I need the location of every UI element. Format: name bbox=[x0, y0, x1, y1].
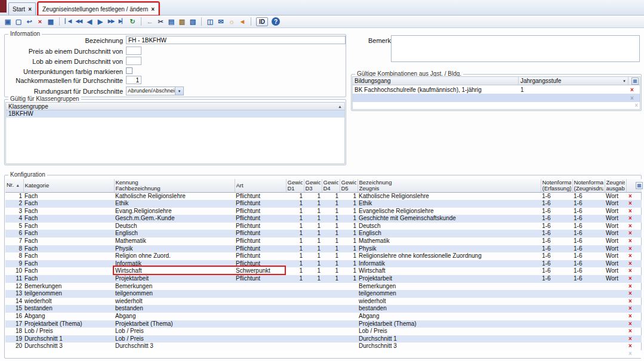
column-header[interactable]: Nr.▲ bbox=[5, 179, 23, 192]
delete-row-icon[interactable]: × bbox=[628, 230, 632, 236]
konfiguration-row[interactable]: 13teilgenommenteilgenommenteilgenommen× bbox=[5, 290, 642, 298]
delete-row-icon[interactable]: × bbox=[628, 193, 632, 199]
konfiguration-row[interactable]: 14wiederholtwiederholtwiederholt× bbox=[5, 298, 642, 306]
delete-row-icon[interactable]: × bbox=[628, 215, 632, 221]
konfiguration-row[interactable]: 20Durchschnitt 3Durchschnitt 3Durchschni… bbox=[5, 343, 642, 350]
konfiguration-row[interactable]: 8FachPhysikPflichtunt1111Physik1-61-6Wor… bbox=[5, 245, 642, 253]
konfiguration-row[interactable]: 11FachProjektarbeitPflichtunt1111Projekt… bbox=[5, 275, 642, 283]
delete-icon[interactable]: × bbox=[35, 17, 45, 26]
back-icon[interactable]: ← bbox=[145, 17, 155, 26]
konfiguration-row[interactable]: 6FachEnglischPflichtunt1111Englisch1-61-… bbox=[5, 230, 642, 237]
rundungsart-select[interactable]: Abrunden/Abschneiden ▼ bbox=[126, 87, 184, 95]
konfiguration-row[interactable]: 1FachKatholische ReligionslehrePflichtun… bbox=[5, 192, 642, 200]
tab-zeugniseinstellungen[interactable]: Zeugniseinstellungen festlegen / ändern … bbox=[38, 2, 159, 15]
comment-icon[interactable]: ✉ bbox=[216, 17, 226, 26]
delete-row-icon[interactable]: × bbox=[628, 343, 632, 349]
delete-row-icon[interactable]: × bbox=[628, 252, 632, 259]
column-header[interactable]: GewichtD4 bbox=[322, 179, 340, 192]
lob-input[interactable] bbox=[126, 57, 141, 65]
delete-row-icon[interactable]: × bbox=[628, 305, 632, 311]
delete-row-icon[interactable]: × bbox=[628, 260, 632, 267]
delete-row-icon[interactable]: × bbox=[628, 208, 632, 214]
konfiguration-row[interactable]: 3FachEvang.ReligionslehrePflichtunt1111E… bbox=[5, 208, 642, 215]
kombination-row[interactable]: × bbox=[353, 94, 640, 102]
table-edit-icon[interactable]: ▦ bbox=[46, 17, 56, 26]
delete-row-icon[interactable]: × bbox=[628, 223, 632, 229]
fast-rewind-icon[interactable]: ◀◀ bbox=[74, 17, 84, 26]
column-header[interactable]: Zeugnis-ausgabe bbox=[605, 179, 626, 192]
column-header[interactable]: Notenformat(Erfassung) bbox=[541, 179, 572, 192]
column-chooser[interactable]: ▦ bbox=[628, 77, 640, 85]
select-table-icon[interactable]: ▧ bbox=[188, 17, 198, 26]
form-icon[interactable]: ▢ bbox=[14, 17, 23, 26]
copy-icon[interactable]: ▤ bbox=[167, 17, 176, 26]
column-header[interactable]: Art bbox=[235, 179, 286, 192]
column-header[interactable]: Notenformat(Zeugnisdruck) bbox=[572, 179, 605, 192]
konfiguration-row[interactable]: 7FachMathematikPflichtunt1111Mathematik1… bbox=[5, 237, 642, 245]
new-row[interactable]: × bbox=[5, 350, 642, 358]
delete-row-icon[interactable]: × bbox=[628, 200, 632, 206]
delete-row-icon[interactable]: × bbox=[628, 237, 632, 244]
delete-row-icon[interactable]: × bbox=[628, 95, 636, 101]
tab-close-icon[interactable]: × bbox=[28, 6, 32, 13]
column-header[interactable]: GewichtD3 bbox=[304, 179, 322, 192]
delete-row-icon[interactable]: × bbox=[628, 328, 632, 334]
column-header[interactable]: GewichtD5 bbox=[340, 179, 358, 192]
bezeichnung-input[interactable] bbox=[126, 36, 346, 44]
delete-row-icon[interactable]: × bbox=[628, 298, 632, 304]
refresh-icon[interactable]: ↻ bbox=[128, 17, 137, 26]
column-header-jahrgangsstufe[interactable]: Jahrgangsstufe ▼ bbox=[519, 77, 628, 85]
announce-icon[interactable]: ◄ bbox=[238, 17, 247, 26]
konfiguration-row[interactable]: 4FachGesch.m.Gem.-KundePflichtunt1111Ges… bbox=[5, 215, 642, 223]
klassengruppe-item[interactable]: 1BKFHW bbox=[6, 110, 344, 118]
konfiguration-row[interactable]: 15bestandenbestandenbestanden× bbox=[5, 305, 642, 313]
unterpunktungen-checkbox[interactable] bbox=[126, 67, 133, 74]
hint-icon[interactable]: ☼ bbox=[227, 17, 236, 26]
delete-row-icon[interactable]: × bbox=[628, 335, 632, 342]
column-header-bildungsgang[interactable]: Bildungsgang bbox=[353, 77, 519, 85]
delete-row-icon[interactable]: × bbox=[628, 275, 632, 282]
dropdown-arrow-icon[interactable]: ▼ bbox=[175, 87, 183, 95]
delete-row-icon[interactable]: × bbox=[628, 245, 632, 252]
column-chooser[interactable]: ▦ bbox=[634, 179, 642, 192]
delete-row-icon[interactable]: × bbox=[628, 267, 632, 274]
delete-row-icon[interactable]: × bbox=[628, 313, 632, 319]
delete-row-icon[interactable]: × bbox=[628, 87, 636, 93]
bemerkung-input[interactable] bbox=[391, 35, 640, 62]
klassengruppe-column-header[interactable]: Klassengruppe ▲ bbox=[6, 103, 344, 110]
help-icon[interactable]: ? bbox=[272, 17, 280, 26]
konfiguration-row[interactable]: 10FachWirtschaftSchwerpunkt1111Wirtschaf… bbox=[5, 267, 642, 275]
preis-input[interactable] bbox=[126, 47, 141, 55]
column-header[interactable]: Kategorie bbox=[23, 179, 114, 192]
tab-start[interactable]: Start × bbox=[8, 2, 36, 15]
delete-row-icon[interactable]: × bbox=[628, 283, 632, 289]
next-record-icon[interactable]: ▶ bbox=[95, 17, 105, 26]
save-icon[interactable]: ▣ bbox=[3, 17, 13, 26]
dropdown-arrow-icon[interactable]: ▼ bbox=[623, 79, 626, 83]
konfiguration-row[interactable]: 2FachEthikPflichtunt1111Ethik1-61-6Wort× bbox=[5, 200, 642, 208]
konfiguration-row[interactable]: 19Durchschnitt 1Lob / PreisDurchschnitt … bbox=[5, 335, 642, 343]
konfiguration-row[interactable]: 16AbgangAbgangAbgang× bbox=[5, 313, 642, 320]
konfiguration-row[interactable]: 8FachReligion ohne Zuord.Pflichtunt1111R… bbox=[5, 252, 642, 260]
previous-record-icon[interactable]: ◀ bbox=[85, 17, 94, 26]
fast-forward-icon[interactable]: ▶▶ bbox=[106, 17, 116, 26]
tab-close-icon[interactable]: × bbox=[151, 6, 155, 13]
print-icon[interactable]: ◫ bbox=[205, 17, 215, 26]
last-record-icon[interactable]: ▶▏ bbox=[117, 17, 127, 26]
kombination-row[interactable]: BK Fachhochschulreife (kaufmännisch), 1-… bbox=[353, 85, 640, 94]
konfiguration-row[interactable]: 5FachDeutschPflichtunt1111Deutsch1-61-6W… bbox=[5, 223, 642, 230]
delete-row-icon[interactable]: × bbox=[628, 320, 632, 327]
cut-icon[interactable]: ✂ bbox=[156, 17, 165, 26]
konfiguration-row[interactable]: 9FachInformatikPflichtunt1111Informatik1… bbox=[5, 260, 642, 268]
undo-icon[interactable]: ↩ bbox=[24, 17, 34, 26]
id-button[interactable]: ID bbox=[256, 17, 268, 26]
konfiguration-row[interactable]: 17Projektarbeit (Thema)Projektarbeit (Th… bbox=[5, 320, 642, 328]
delete-row-icon[interactable]: × bbox=[628, 290, 632, 297]
konfiguration-row[interactable]: 18Lob / PreisLob / PreisLob / Preis× bbox=[5, 328, 642, 335]
column-header[interactable]: KennungFachbezeichnung bbox=[114, 179, 235, 192]
first-record-icon[interactable]: ▏◀ bbox=[63, 17, 73, 26]
paste-icon[interactable]: ▥ bbox=[177, 17, 187, 26]
column-header[interactable]: GewichtD1 bbox=[286, 179, 304, 192]
column-header[interactable]: BezeichnungZeugnis bbox=[358, 179, 541, 192]
nachkommastellen-input[interactable] bbox=[126, 76, 141, 84]
